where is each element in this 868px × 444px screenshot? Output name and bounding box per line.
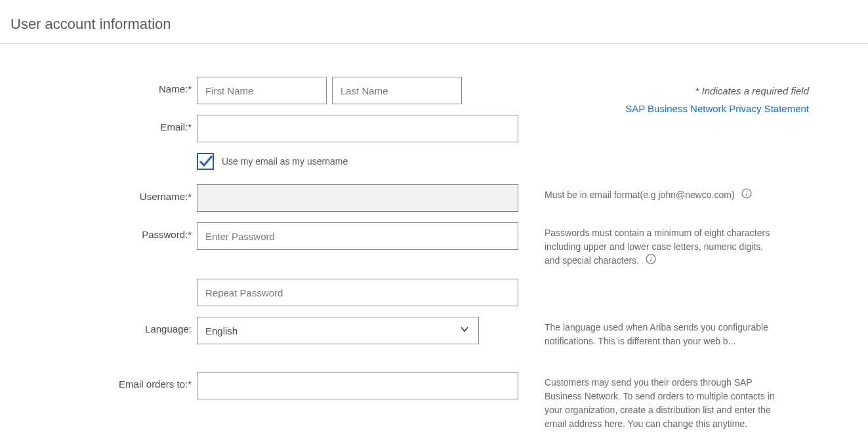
language-select[interactable]	[197, 317, 479, 344]
email-orders-label: Email orders to:	[119, 378, 188, 390]
privacy-statement-link[interactable]: SAP Business Network Privacy Statement	[625, 103, 809, 114]
page-title: User account information	[0, 0, 868, 43]
email-label: Email:	[160, 121, 188, 132]
username-input	[197, 184, 518, 212]
checkmark-icon	[197, 153, 215, 170]
required-asterisk: *	[188, 121, 192, 132]
svg-text:i: i	[650, 255, 651, 263]
info-icon[interactable]: i	[741, 188, 752, 203]
username-hint: Must be in email format(e.g john@newco.c…	[545, 190, 735, 200]
divider	[0, 43, 868, 44]
repeat-password-input[interactable]	[197, 279, 518, 306]
required-asterisk: *	[188, 378, 192, 390]
name-label: Name:	[159, 83, 188, 94]
email-input[interactable]	[197, 115, 518, 142]
use-email-as-username-checkbox[interactable]	[197, 153, 214, 170]
svg-text:i: i	[745, 190, 747, 197]
password-hint: Passwords must contain a minimum of eigh…	[545, 228, 770, 266]
password-label: Password:	[142, 229, 188, 240]
info-icon[interactable]: i	[646, 254, 656, 268]
email-orders-hint: Customers may send you their orders thro…	[545, 377, 775, 429]
required-field-hint: * Indicates a required field	[625, 85, 809, 96]
last-name-input[interactable]	[332, 77, 462, 104]
password-input[interactable]	[197, 222, 518, 250]
required-asterisk: *	[188, 83, 192, 94]
required-asterisk: *	[188, 229, 192, 240]
required-asterisk: *	[188, 191, 192, 202]
use-email-checkbox-label: Use my email as my username	[222, 156, 348, 167]
language-label: Language:	[145, 323, 192, 334]
username-label: Username:	[140, 191, 188, 202]
email-orders-input[interactable]	[197, 372, 518, 399]
first-name-input[interactable]	[197, 77, 327, 104]
language-value[interactable]	[197, 317, 479, 344]
language-hint: The language used when Ariba sends you c…	[545, 322, 768, 346]
